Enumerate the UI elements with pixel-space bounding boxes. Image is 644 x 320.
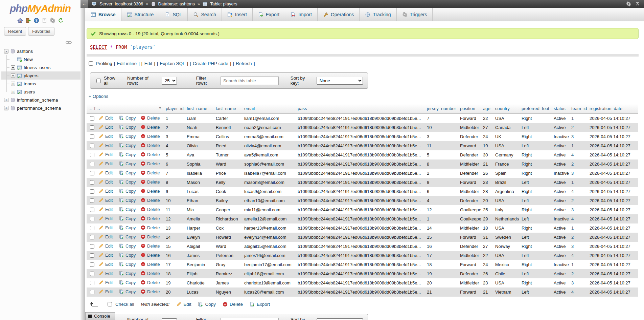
- tab-structure[interactable]: Structure: [121, 8, 160, 21]
- edit-link[interactable]: Edit: [144, 61, 152, 66]
- row-delete-link[interactable]: Delete: [141, 216, 160, 221]
- tab-search[interactable]: Search: [188, 8, 222, 21]
- row-delete-link[interactable]: Delete: [141, 170, 160, 175]
- row-edit-link[interactable]: Edit: [99, 280, 113, 285]
- row-checkbox[interactable]: [90, 189, 94, 194]
- expand-toggle-icon[interactable]: +: [4, 98, 8, 102]
- row-copy-link[interactable]: Copy: [119, 253, 136, 258]
- check-all-label[interactable]: Check all: [106, 301, 134, 307]
- console-tab[interactable]: Console: [85, 312, 115, 320]
- cell-team-id-link[interactable]: 3: [571, 280, 574, 285]
- expand-toggle-icon[interactable]: +: [11, 65, 15, 70]
- sort-by-key-select[interactable]: None: [317, 77, 363, 85]
- row-edit-link[interactable]: Edit: [99, 143, 113, 148]
- expand-toggle-icon[interactable]: +: [11, 90, 15, 94]
- row-delete-link[interactable]: Delete: [141, 179, 160, 185]
- cell-team-id-link[interactable]: 2: [571, 198, 574, 203]
- row-copy-link[interactable]: Copy: [119, 179, 136, 185]
- row-delete-link[interactable]: Delete: [141, 262, 160, 267]
- cell-team-id-link[interactable]: 1: [571, 143, 574, 148]
- row-checkbox[interactable]: [90, 253, 94, 258]
- row-edit-link[interactable]: Edit: [99, 170, 113, 175]
- row-edit-link[interactable]: Edit: [99, 134, 113, 139]
- row-copy-link[interactable]: Copy: [119, 262, 136, 267]
- sql-keyword-select[interactable]: SELECT: [90, 44, 107, 50]
- breadcrumb-table[interactable]: Table: players: [210, 1, 237, 6]
- filter-rows-input[interactable]: [221, 318, 279, 320]
- help-icon[interactable]: ?: [33, 18, 39, 23]
- tree-item-performance-schema[interactable]: + performance_schema: [1, 104, 80, 112]
- breadcrumb-server[interactable]: Server: localhost:3306: [99, 1, 143, 6]
- row-checkbox[interactable]: [90, 153, 94, 157]
- row-delete-link[interactable]: Delete: [141, 280, 160, 285]
- row-copy-link[interactable]: Copy: [119, 125, 136, 130]
- row-edit-link[interactable]: Edit: [99, 207, 113, 212]
- selected-delete-button[interactable]: Delete: [223, 302, 243, 307]
- row-copy-link[interactable]: Copy: [119, 280, 136, 285]
- recent-button[interactable]: Recent: [4, 27, 26, 36]
- cell-team-id-link[interactable]: 4: [571, 253, 574, 258]
- row-copy-link[interactable]: Copy: [119, 271, 136, 276]
- row-checkbox[interactable]: [90, 116, 94, 121]
- row-checkbox[interactable]: [90, 198, 94, 203]
- row-delete-link[interactable]: Delete: [141, 189, 160, 194]
- edit-inline-link[interactable]: Edit inline: [117, 61, 137, 66]
- row-delete-link[interactable]: Delete: [141, 234, 160, 239]
- row-copy-link[interactable]: Copy: [119, 243, 136, 249]
- refresh-icon[interactable]: [58, 18, 64, 23]
- row-copy-link[interactable]: Copy: [119, 234, 136, 239]
- row-edit-link[interactable]: Edit: [99, 152, 113, 157]
- row-checkbox[interactable]: [90, 281, 94, 285]
- tree-item-teams[interactable]: + teams: [1, 80, 80, 88]
- row-edit-link[interactable]: Edit: [99, 271, 113, 276]
- row-checkbox[interactable]: [90, 217, 94, 221]
- refresh-link[interactable]: Refresh: [236, 61, 252, 66]
- tab-export[interactable]: Export: [253, 8, 285, 21]
- row-delete-link[interactable]: Delete: [141, 115, 160, 121]
- row-checkbox[interactable]: [90, 272, 94, 276]
- cell-team-id-link[interactable]: 4: [571, 152, 574, 157]
- tab-triggers[interactable]: Triggers: [397, 8, 433, 21]
- create-php-code-link[interactable]: Create PHP code: [193, 61, 228, 66]
- tree-item-new-table[interactable]: New: [1, 55, 80, 63]
- selected-copy-button[interactable]: Copy: [198, 302, 216, 307]
- expand-toggle-icon[interactable]: +: [4, 106, 8, 110]
- row-checkbox[interactable]: [90, 226, 94, 230]
- row-checkbox[interactable]: [90, 235, 94, 239]
- row-edit-link[interactable]: Edit: [99, 179, 113, 185]
- settings-icon[interactable]: [50, 18, 55, 23]
- row-nav-arrows[interactable]: ←T→: [89, 106, 101, 111]
- docs-icon[interactable]: [42, 18, 47, 23]
- phpmyadmin-logo[interactable]: phpMyAdmin: [0, 3, 80, 14]
- link-icon[interactable]: [66, 40, 72, 44]
- row-delete-link[interactable]: Delete: [141, 207, 160, 212]
- row-checkbox[interactable]: [90, 144, 94, 148]
- profiling-checkbox[interactable]: [89, 61, 93, 66]
- cell-team-id-link[interactable]: 2: [571, 162, 574, 167]
- profiling-label[interactable]: Profiling: [96, 61, 112, 66]
- page-settings-icon[interactable]: [626, 1, 631, 6]
- row-delete-link[interactable]: Delete: [141, 161, 160, 166]
- row-edit-link[interactable]: Edit: [99, 243, 113, 249]
- row-edit-link[interactable]: Edit: [99, 253, 113, 258]
- row-delete-link[interactable]: Delete: [141, 253, 160, 258]
- logout-icon[interactable]: [25, 18, 31, 23]
- cell-team-id-link[interactable]: 4: [571, 216, 574, 221]
- cell-team-id-link[interactable]: 2: [571, 125, 574, 130]
- row-copy-link[interactable]: Copy: [119, 289, 136, 294]
- row-edit-link[interactable]: Edit: [99, 289, 113, 294]
- cell-team-id-link[interactable]: 1: [571, 262, 574, 267]
- home-icon[interactable]: [17, 18, 23, 23]
- row-checkbox[interactable]: [90, 171, 94, 175]
- cell-team-id-link[interactable]: 1: [571, 180, 574, 185]
- row-checkbox[interactable]: [90, 125, 94, 130]
- row-delete-link[interactable]: Delete: [141, 198, 160, 203]
- options-toggle-link[interactable]: + Options: [89, 94, 108, 99]
- row-delete-link[interactable]: Delete: [141, 271, 160, 276]
- favorites-button[interactable]: Favorites: [28, 27, 54, 36]
- sidebar-resize-handle[interactable]: [80, 8, 85, 320]
- row-copy-link[interactable]: Copy: [119, 170, 136, 175]
- tab-sql[interactable]: SQL: [159, 8, 188, 21]
- row-checkbox[interactable]: [90, 262, 94, 267]
- row-edit-link[interactable]: Edit: [99, 125, 113, 130]
